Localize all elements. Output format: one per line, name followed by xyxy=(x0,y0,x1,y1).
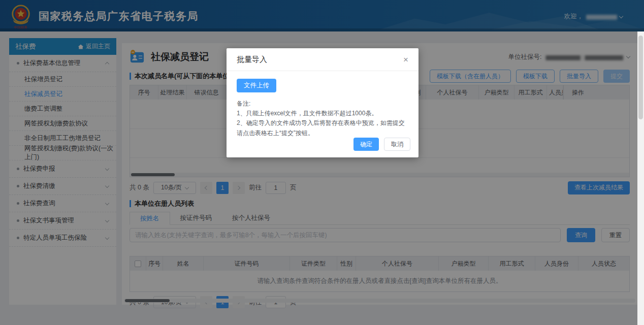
note-line: 1、只能上传excel文件，且文件数据不超过1000条。 xyxy=(237,109,408,118)
cancel-button[interactable]: 取消 xyxy=(384,138,410,151)
modal-title: 批量导入 xyxy=(237,55,267,64)
close-icon[interactable]: × xyxy=(403,55,408,64)
modal-header: 批量导入 × xyxy=(227,48,418,71)
file-upload-button[interactable]: 文件上传 xyxy=(237,79,276,92)
modal-notes: 备注: 1、只能上传excel文件，且文件数据不超过1000条。 2、确定导入的… xyxy=(237,99,408,138)
batch-import-modal: 批量导入 × 文件上传 备注: 1、只能上传excel文件，且文件数据不超过10… xyxy=(227,48,418,157)
note-label: 备注: xyxy=(237,99,408,109)
modal-body: 文件上传 备注: 1、只能上传excel文件，且文件数据不超过1000条。 2、… xyxy=(227,71,418,138)
vscroll-thumb[interactable] xyxy=(638,36,643,119)
modal-footer: 确定 取消 xyxy=(353,138,410,151)
browser-vscrollbar[interactable] xyxy=(637,31,644,325)
confirm-button[interactable]: 确定 xyxy=(353,138,379,151)
note-line: 2、确定导入的文件成功导入后将暂存在表格中预览，如需提交请点击表格右上“提交”按… xyxy=(237,118,408,138)
